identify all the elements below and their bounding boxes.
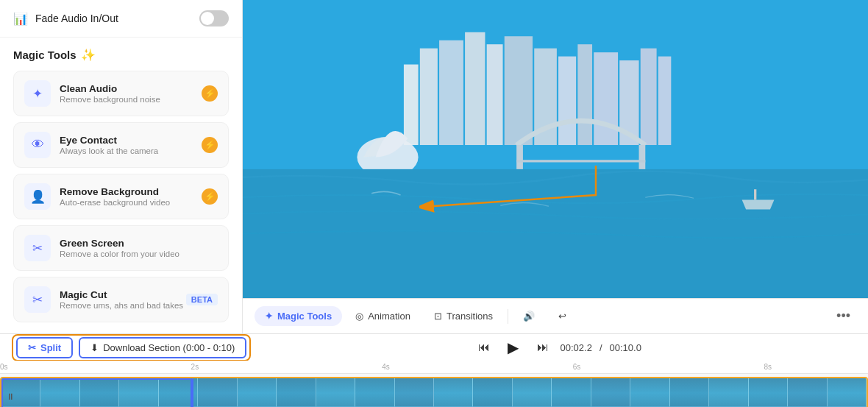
svg-rect-18 (243, 169, 868, 298)
action-buttons-highlight: ✂ Split ⬇ Download Section (0:00 - 0:10) (12, 334, 251, 361)
tool-icon-eye-contact: 👁 (24, 132, 51, 158)
svg-rect-13 (641, 49, 657, 145)
svg-rect-9 (558, 57, 576, 145)
sparkle-icon: ✨ (81, 48, 96, 62)
tool-card-clean-audio[interactable]: ✦ Clean Audio Remove background noise ⚡ (13, 71, 229, 116)
fade-audio-toggle[interactable] (199, 10, 229, 26)
tool-info-magic-cut: Magic Cut Remove ums, ahs and bad takes (60, 289, 183, 310)
playback-controls: ⏮ ▶ ⏭ 00:02.2 / 00:10.0 (474, 336, 641, 359)
magic-tools-icon: ✦ (265, 311, 273, 322)
tool-name-clean-audio: Clean Audio (60, 83, 160, 94)
tool-card-magic-cut[interactable]: ✂ Magic Cut Remove ums, ahs and bad take… (13, 277, 229, 322)
svg-rect-7 (505, 36, 533, 145)
audio-button[interactable]: 🔊 (513, 306, 545, 326)
rewind-icon: ⏮ (478, 341, 490, 354)
undo-button[interactable]: ↩ (548, 306, 577, 326)
time-separator: / (600, 342, 602, 353)
svg-rect-6 (487, 44, 503, 145)
timeline-segment (395, 378, 434, 407)
tool-card-left-eye-contact: 👁 Eye Contact Always look at the camera (24, 132, 158, 158)
timeline-segment (552, 378, 591, 407)
timeline-segment (788, 378, 827, 407)
magic-tools-title: Magic Tools ✨ (13, 48, 229, 62)
timeline-segment (277, 378, 316, 407)
animation-button[interactable]: ◎ Animation (345, 306, 421, 326)
right-area: ✦ Magic Tools ◎ Animation ⊡ Transitions … (243, 0, 868, 333)
split-icon: ✂ (28, 342, 36, 353)
timeline-segment (591, 378, 630, 407)
svg-rect-14 (658, 57, 672, 145)
timeline-segment (473, 378, 512, 407)
magic-tools-section: Magic Tools ✨ ✦ Clean Audio Remove backg… (0, 38, 242, 333)
magic-tools-label: Magic Tools (277, 311, 332, 322)
more-icon: ••• (836, 308, 850, 323)
fade-audio-row: 📊 Fade Audio In/Out (0, 0, 242, 38)
scale-mark-8s: 8s (764, 361, 772, 373)
video-preview (243, 0, 868, 298)
tool-info-clean-audio: Clean Audio Remove background noise (60, 83, 160, 104)
selected-segment (1, 378, 192, 407)
tool-desc-green-screen: Remove a color from your video (60, 249, 179, 258)
play-icon: ▶ (508, 339, 519, 356)
timeline-segment (238, 378, 277, 407)
timeline-segment (434, 378, 473, 407)
tool-name-eye-contact: Eye Contact (60, 135, 158, 146)
bottom-section: ✂ Split ⬇ Download Section (0:00 - 0:10)… (0, 333, 868, 407)
current-time: 00:02.2 (561, 342, 592, 353)
timeline-segment (355, 378, 394, 407)
more-options-button[interactable]: ••• (830, 305, 856, 327)
tool-card-left-remove-background: 👤 Remove Background Auto-erase backgroun… (24, 183, 170, 210)
tool-name-green-screen: Green Screen (60, 238, 179, 249)
toolbar-row: ✦ Magic Tools ◎ Animation ⊡ Transitions … (243, 298, 868, 333)
tool-badge-clean-audio: ⚡ (202, 85, 218, 102)
tool-info-eye-contact: Eye Contact Always look at the camera (60, 135, 158, 155)
left-panel: 📊 Fade Audio In/Out Magic Tools ✨ ✦ Clea… (0, 0, 243, 333)
video-preview-image (243, 0, 868, 298)
svg-rect-10 (577, 44, 592, 145)
tool-card-eye-contact[interactable]: 👁 Eye Contact Always look at the camera … (13, 122, 229, 168)
timeline-segment (513, 378, 552, 407)
main-area: 📊 Fade Audio In/Out Magic Tools ✨ ✦ Clea… (0, 0, 868, 333)
tool-cards-container: ✦ Clean Audio Remove background noise ⚡ … (13, 71, 229, 322)
tool-icon-magic-cut: ✂ (24, 286, 51, 313)
download-section-button[interactable]: ⬇ Download Section (0:00 - 0:10) (79, 337, 246, 358)
tool-badge-eye-contact: ⚡ (202, 137, 218, 153)
transitions-button[interactable]: ⊡ Transitions (424, 306, 503, 326)
svg-rect-19 (754, 189, 756, 199)
tool-info-remove-background: Remove Background Auto-erase background … (60, 186, 170, 207)
rewind-button[interactable]: ⏮ (474, 337, 494, 358)
transitions-icon: ⊡ (434, 311, 442, 322)
tool-card-green-screen[interactable]: ✂ Green Screen Remove a color from your … (13, 225, 229, 271)
svg-rect-5 (465, 32, 485, 145)
tool-badge-magic-cut: BETA (186, 294, 218, 305)
fast-forward-button[interactable]: ⏭ (533, 337, 553, 358)
timeline-track[interactable]: ⏸ (0, 377, 868, 407)
timeline-segment (198, 378, 237, 407)
scale-mark-6s: 6s (573, 361, 581, 373)
magic-tools-button[interactable]: ✦ Magic Tools (255, 306, 342, 326)
fade-audio-label: Fade Audio In/Out (35, 13, 118, 24)
tool-desc-eye-contact: Always look at the camera (60, 146, 158, 155)
timeline-segment (828, 378, 867, 407)
tool-card-remove-background[interactable]: 👤 Remove Background Auto-erase backgroun… (13, 174, 229, 219)
fade-audio-left: 📊 Fade Audio In/Out (13, 12, 118, 26)
fast-forward-icon: ⏭ (537, 341, 549, 354)
animation-label: Animation (368, 311, 410, 322)
play-button[interactable]: ▶ (502, 336, 525, 359)
timeline-segment (630, 378, 669, 407)
pause-handle: ⏸ (6, 392, 15, 402)
tool-desc-magic-cut: Remove ums, ahs and bad takes (60, 301, 183, 310)
svg-rect-3 (420, 49, 438, 145)
toggle-knob (201, 12, 214, 25)
tool-icon-remove-background: 👤 (24, 183, 51, 210)
toolbar-separator-1 (508, 309, 508, 324)
tool-name-magic-cut: Magic Cut (60, 289, 183, 300)
tool-card-left-clean-audio: ✦ Clean Audio Remove background noise (24, 80, 160, 107)
tool-icon-green-screen: ✂ (24, 235, 51, 261)
download-section-label: Download Section (0:00 - 0:10) (103, 342, 235, 353)
tool-card-left-magic-cut: ✂ Magic Cut Remove ums, ahs and bad take… (24, 286, 183, 313)
timeline-segment (316, 378, 355, 407)
tool-badge-remove-background: ⚡ (202, 188, 218, 205)
split-button[interactable]: ✂ Split (16, 337, 73, 358)
tool-info-green-screen: Green Screen Remove a color from your vi… (60, 238, 179, 258)
